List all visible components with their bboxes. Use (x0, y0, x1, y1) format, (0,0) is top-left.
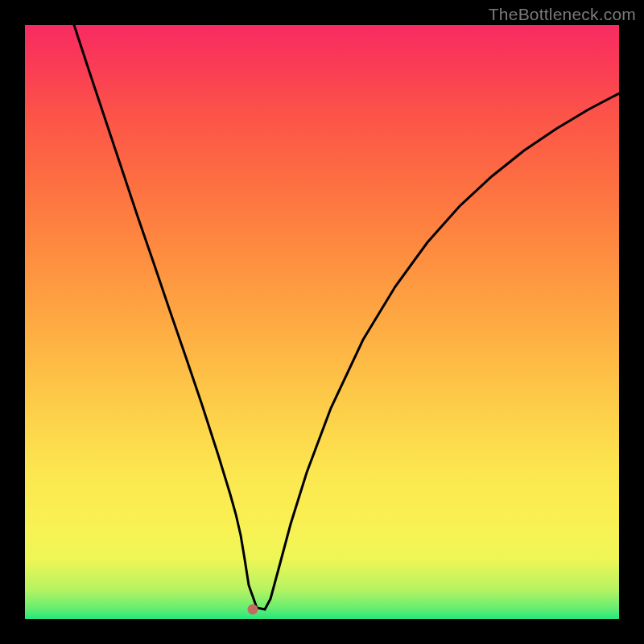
watermark-text: TheBottleneck.com (489, 5, 636, 24)
chart-svg (25, 25, 619, 619)
chart-frame: TheBottleneck.com (0, 0, 644, 644)
min-point-marker (248, 605, 258, 615)
bottleneck-curve (74, 25, 619, 609)
plot-area (25, 25, 619, 619)
